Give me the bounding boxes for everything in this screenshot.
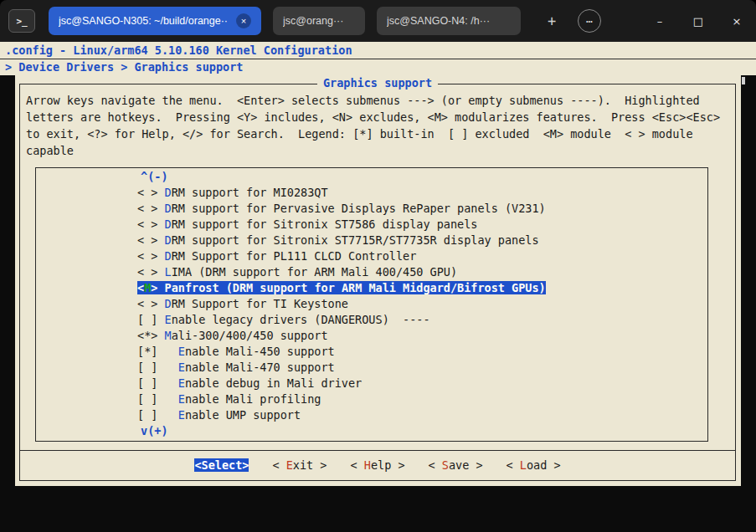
item-hotkey-letter: P [165,281,172,294]
terminal-app-icon: >_ [8,9,35,33]
item-hotkey-letter: L [165,265,172,279]
help-line: to exit, <?> for Help, </> for Search. L… [26,125,729,142]
tab-dropdown-button[interactable]: ⋯ [578,9,601,33]
button-hotkey-letter: L [520,458,527,472]
item-state-tag: < > [137,297,157,310]
help-line: capable [26,142,729,159]
button-hotkey-letter: H [364,458,371,472]
item-state-tag: [ ] [137,408,157,422]
item-state-tag: < > [137,217,157,231]
item-hotkey-letter: M [165,329,172,342]
item-state-tag: <*> [137,329,157,342]
new-tab-button[interactable]: + [537,8,566,33]
terminal-screen[interactable]: .config - Linux/arm64 5.10.160 Kernel Co… [0,42,756,532]
tab-active[interactable]: jsc@SANGO-N305: ~/build/orange·· × [49,7,261,35]
menu-item[interactable]: < > DRM support for Sitronix ST7586 disp… [36,217,707,233]
item-state-tag: [ ] [137,313,157,326]
menu-item[interactable]: <*> Mali-300/400/450 support [36,328,707,344]
scrollbar-thumb[interactable] [742,77,745,84]
item-state-tag: < > [137,186,157,199]
tab-2[interactable]: jsc@orang··· [273,7,365,35]
item-state-tag: [ ] [137,361,157,374]
menu-item[interactable]: [*] Enable Mali-450 support [36,344,707,360]
tab-3[interactable]: jsc@SANGO-N4: /h··· [377,7,521,35]
menu-item[interactable]: < > LIMA (DRM support for ARM Mali 400/4… [36,264,707,280]
item-hotkey-letter: D [165,249,172,263]
minimize-button[interactable]: – [640,0,679,42]
dialog-title: Graphics support [317,76,438,90]
terminal-window: >_ jsc@SANGO-N305: ~/build/orange·· × js… [0,0,756,532]
tab-close-icon[interactable]: × [236,13,251,28]
item-hotkey-letter: E [165,313,172,326]
prompt-icon: >_ [16,16,27,27]
menu-item[interactable]: < > DRM Support for PL111 CLCD Controlle… [36,248,707,264]
item-state-tag: < > [137,202,157,215]
load-button[interactable]: < Load > [507,458,561,472]
button-hotkey-letter: S [202,458,208,472]
maximize-button[interactable]: □ [679,0,717,42]
item-state-tag: [ ] [137,376,157,390]
item-hotkey-letter: D [165,186,172,199]
scroll-up-indicator: ^(-) [36,169,707,185]
item-hotkey-letter: E [178,376,185,390]
item-hotkey-letter: E [178,345,185,358]
tab-label: jsc@orang··· [283,15,343,27]
menu-list: < > DRM support for MI0283QT< > DRM supp… [36,185,707,423]
exit-button[interactable]: < Exit > [272,458,327,472]
item-state-tag: <M> [137,281,157,294]
item-hotkey-letter: E [178,392,185,406]
tab-label: jsc@SANGO-N305: ~/build/orange·· [59,15,228,27]
item-state-tag: < > [137,233,157,247]
menu-listbox: ^(-) < > DRM support for MI0283QT< > DRM… [35,167,708,442]
save-button[interactable]: < Save > [429,458,483,472]
item-state-tag: [*] [137,345,157,358]
menu-item[interactable]: [ ] Enable Mali profiling [36,391,707,407]
item-hotkey-letter: D [165,233,172,247]
item-state-tag: [ ] [137,392,157,406]
module-flag: M [144,281,151,294]
menu-item[interactable]: < > DRM support for MI0283QT [36,185,707,201]
dialog-buttons: <Select>< Exit >< Help >< Save >< Load > [20,450,735,480]
item-hotkey-letter: D [165,202,172,215]
item-state-tag: < > [137,265,157,279]
button-hotkey-letter: E [286,458,293,472]
item-state-tag: < > [137,249,157,263]
menu-item[interactable]: < > DRM support for Pervasive Displays R… [36,201,707,217]
menu-item[interactable]: [ ] Enable debug in Mali driver [36,376,707,391]
menu-item[interactable]: <M> Panfrost (DRM support for ARM Mali M… [36,280,707,296]
menu-item[interactable]: [ ] Enable Mali-470 support [36,360,707,376]
help-line: letters are hotkeys. Pressing <Y> includ… [26,109,729,125]
tab-label: jsc@SANGO-N4: /h··· [387,15,490,27]
ellipsis-icon: ⋯ [586,15,593,28]
item-hotkey-letter: E [178,361,185,374]
titlebar: >_ jsc@SANGO-N305: ~/build/orange·· × js… [0,0,756,42]
button-hotkey-letter: S [442,458,449,472]
help-text: Arrow keys navigate the menu. <Enter> se… [20,84,735,159]
select-button[interactable]: <Select> [194,458,249,472]
menu-item[interactable]: [ ] Enable legacy drivers (DANGEROUS) --… [36,312,707,328]
backtitle: .config - Linux/arm64 5.10.160 Kernel Co… [0,42,756,59]
menu-item[interactable]: < > DRM support for Sitronix ST7715R/ST7… [36,233,707,248]
window-controls: – □ × [640,0,756,42]
item-hotkey-letter: D [165,297,172,310]
scroll-down-indicator: v(+) [36,423,707,439]
backtitle-band: .config - Linux/arm64 5.10.160 Kernel Co… [0,42,756,75]
menu-item[interactable]: < > DRM Support for TI Keystone [36,296,707,312]
help-line: Arrow keys navigate the menu. <Enter> se… [26,92,729,109]
breadcrumb: > Device Drivers > Graphics support [0,59,756,75]
item-hotkey-letter: D [165,217,172,231]
menuconfig-dialog: Graphics support Arrow keys navigate the… [15,75,741,486]
dialog-border: Graphics support Arrow keys navigate the… [19,84,736,481]
help-button[interactable]: < Help > [350,458,404,472]
menu-item[interactable]: [ ] Enable UMP support [36,407,707,423]
close-button[interactable]: × [717,0,756,42]
item-hotkey-letter: E [178,408,185,422]
